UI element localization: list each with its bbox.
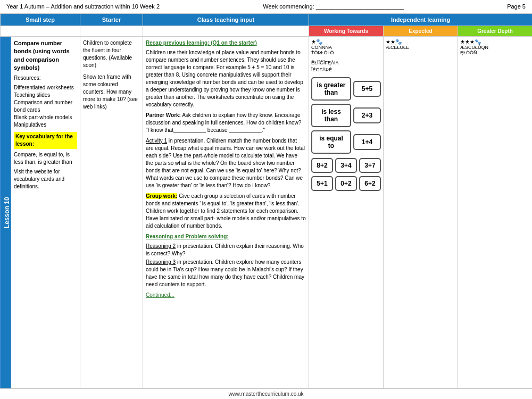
class-teaching-content: Recap previous learning: (Q1 on the star…	[143, 37, 309, 388]
activity1-label: Activity 1	[146, 138, 167, 144]
starter-content: Children to complete the fluent in four …	[80, 37, 143, 388]
page-header: Year 1 Autumn – Addition and subtraction…	[0, 0, 532, 13]
comparison-label-3: is equal to	[311, 130, 351, 154]
activity1: Activity 1 in presentation. Children mat…	[146, 137, 306, 189]
group-label: Group work:	[146, 193, 177, 199]
sum-0-2: 0+2	[335, 176, 357, 191]
partner-work: Partner Work: Ask children to explain ho…	[146, 112, 306, 134]
comp-row-2: is less than 2+3	[311, 104, 381, 127]
reasoning3-label: Reasoning 3	[146, 259, 176, 265]
comp-sum-1: 5+5	[353, 81, 381, 97]
starter-line2: Show ten frame with some coloured counte…	[83, 73, 140, 111]
footer: www.masterthecurriculum.co.uk	[0, 388, 532, 399]
starter-line1: Children to complete the fluent in four …	[83, 39, 140, 69]
resource-2: Teaching slides	[14, 92, 77, 99]
sum-8-2: 8+2	[311, 158, 333, 173]
comp-row-1: is greater than 5+5	[311, 77, 381, 101]
footer-url: www.masterthecurriculum.co.uk	[228, 391, 303, 397]
resource-4: Blank part-whole models	[14, 114, 77, 121]
small-step-title: Compare number bonds (using words and co…	[14, 39, 77, 72]
greater-depth-cell: ★★★🐾 ÆŠĈÙŁŮQÑ ĘŁÒÒÑ	[458, 37, 533, 388]
resource-1: Differentiated worksheets	[14, 84, 77, 92]
sum-3-4: 3+4	[335, 158, 357, 173]
working-text: ËŁÌĪĞĪFĘÀIA ÏÉGFÀÞÉ	[311, 60, 381, 73]
reasoning-section: Reasoning and Problem solving:	[146, 233, 306, 240]
week-commencing: Week commencing: _______________________…	[263, 3, 404, 10]
independent-header: Independent learning	[309, 14, 533, 26]
comparison-label-2: is less than	[311, 104, 351, 127]
sum-6-2: 6+2	[359, 176, 381, 191]
page-title: Year 1 Autumn – Addition and subtraction…	[6, 3, 160, 10]
sum-5-1: 5+1	[311, 176, 333, 191]
working-towards-subheader: Working Towards	[309, 26, 384, 37]
bottom-row-2: 5+1 0+2 6+2	[311, 176, 381, 191]
visit-text: Visit the website for vocabulary cards a…	[14, 168, 77, 190]
working-towards-cell: ★🐾 ĈÒÑŇŇA ŤÒÞĿÒĿÒ ËŁÌĪĞĪFĘÀIA ÏÉGFÀÞÉ is…	[309, 37, 384, 388]
page-number: Page 5	[507, 3, 526, 10]
partner-label: Partner Work:	[146, 112, 181, 118]
small-step-header: Small step	[1, 14, 80, 26]
comp-sum-3: 1+4	[353, 134, 381, 150]
class-teaching-header: Class teaching input	[143, 14, 309, 26]
comparison-label-1: is greater than	[311, 77, 351, 101]
recap-body: Children use their knowledge of place va…	[146, 49, 306, 109]
sum-3-7: 3+7	[359, 158, 381, 173]
vocab-box-label: Key vocabulary for the lesson:	[14, 132, 77, 149]
small-step-content: Compare number bonds (using words and co…	[11, 37, 80, 388]
greater-depth-icons: ★★★🐾 ÆŠĈÙŁŮQÑ ĘŁÒÒÑ	[460, 39, 530, 55]
recap-label: Recap previous learning: (Q1 on the star…	[146, 40, 257, 46]
reasoning-label: Reasoning and Problem solving:	[146, 234, 229, 239]
expected-icons: ★★🐾 ÆČÉŁÙŁĚ	[386, 39, 455, 50]
reasoning2-label: Reasoning 2	[146, 243, 176, 249]
resource-3: Comparison and number bond cards	[14, 99, 77, 114]
reasoning3-line: Reasoning 3 in presentation. Children ex…	[146, 259, 306, 288]
working-icons: ★🐾 ĈÒÑŇŇA ŤÒÞĿÒĿÒ	[311, 39, 381, 55]
bottom-row-1: 8+2 3+4 3+7	[311, 158, 381, 173]
expected-cell: ★★🐾 ÆČÉŁÙŁĚ	[384, 37, 458, 388]
expected-subheader: Expected	[384, 26, 458, 37]
activity1-body: in presentation. Children match the numb…	[146, 138, 305, 188]
comp-sum-2: 2+3	[353, 107, 381, 123]
resource-5: Manipulatives	[14, 121, 77, 129]
lesson-label: Lesson 10	[1, 37, 11, 388]
vocab-text: Compare, is equal to, is less than, is g…	[14, 151, 77, 166]
continued-label: Continued...	[146, 292, 174, 298]
reasoning2-line: Reasoning 2 in presentation. Children ex…	[146, 243, 306, 257]
resources-label: Resources:	[14, 74, 77, 82]
comparison-boxes: is greater than 5+5 is less than 2+3 is …	[311, 77, 381, 191]
comp-row-3: is equal to 1+4	[311, 130, 381, 154]
starter-header: Starter	[80, 14, 143, 26]
group-work: Group work: Give each group a selection …	[146, 193, 306, 230]
greater-depth-subheader: Greater Depth	[458, 26, 533, 37]
